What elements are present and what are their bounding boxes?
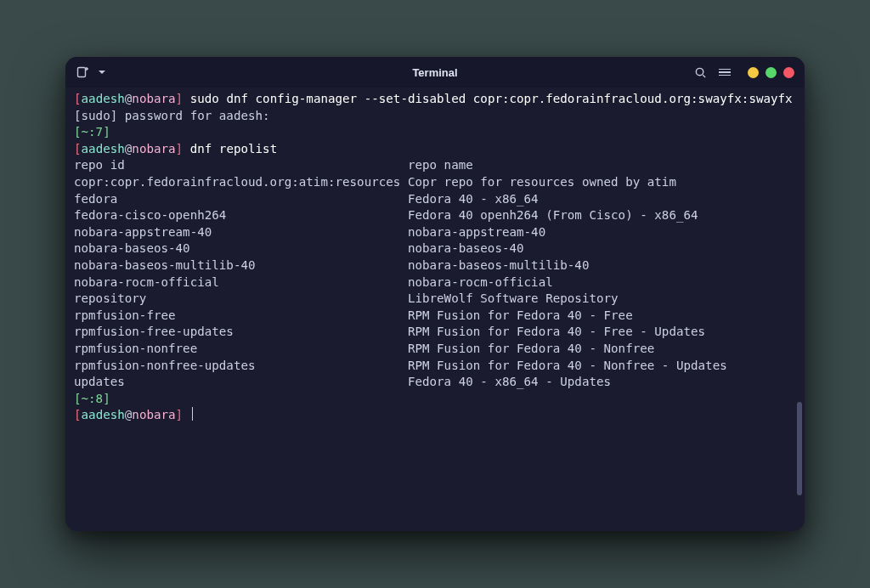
repo-row: rpmfusion-nonfree RPM Fusion for Fedora … <box>74 342 654 355</box>
repo-row: nobara-appstream-40 nobara-appstream-40 <box>74 225 545 239</box>
command-text: sudo dnf config-manager --set-disabled c… <box>190 92 793 105</box>
prompt-bracket-close: ] <box>176 92 184 105</box>
repo-header: repo id repo name <box>74 158 473 172</box>
prompt-bracket-close: ] <box>176 408 184 421</box>
svg-line-4 <box>703 75 705 77</box>
close-button[interactable] <box>783 67 794 78</box>
time-marker: [~:8] <box>74 392 110 405</box>
prompt-user: aadesh <box>82 142 125 155</box>
svg-point-3 <box>696 68 703 75</box>
prompt-bracket-open: [ <box>74 408 82 421</box>
repo-row: fedora-cisco-openh264 Fedora 40 openh264… <box>74 208 698 222</box>
prompt-host: nobara <box>132 408 175 421</box>
minimize-button[interactable] <box>748 67 759 78</box>
time-marker: [~:7] <box>74 125 110 139</box>
prompt-user: aadesh <box>82 92 125 105</box>
repo-row: fedora Fedora 40 - x86_64 <box>74 192 539 206</box>
window-buttons <box>748 67 794 78</box>
maximize-button[interactable] <box>765 67 777 78</box>
prompt-bracket-close: ] <box>176 142 184 155</box>
prompt-host: nobara <box>132 142 175 155</box>
output-sudo: [sudo] password for aadesh: <box>74 109 270 122</box>
repo-row: repository LibreWolf Software Repository <box>74 291 619 305</box>
prompt-user: aadesh <box>82 408 125 421</box>
cursor <box>192 407 194 421</box>
command-text: dnf repolist <box>190 142 278 155</box>
repo-row: updates Fedora 40 - x86_64 - Updates <box>74 375 611 388</box>
titlebar: Terminal <box>65 57 805 88</box>
prompt-bracket-open: [ <box>74 142 82 155</box>
repo-row: rpmfusion-free-updates RPM Fusion for Fe… <box>74 325 705 338</box>
repo-row: nobara-baseos-multilib-40 nobara-baseos-… <box>74 258 589 272</box>
titlebar-left <box>76 65 106 79</box>
repo-row: nobara-rocm-official nobara-rocm-officia… <box>74 275 553 289</box>
chevron-down-icon[interactable] <box>98 68 106 76</box>
search-icon[interactable] <box>694 66 707 79</box>
repo-row: nobara-baseos-40 nobara-baseos-40 <box>74 241 524 255</box>
svg-rect-0 <box>78 68 86 77</box>
menu-icon[interactable] <box>719 69 731 76</box>
repo-row: copr:copr.fedorainfracloud.org:atim:reso… <box>74 175 676 189</box>
titlebar-right <box>694 66 794 79</box>
new-tab-icon[interactable] <box>76 65 89 79</box>
prompt-bracket-open: [ <box>74 92 82 105</box>
repo-row: rpmfusion-free RPM Fusion for Fedora 40 … <box>74 308 633 322</box>
terminal-window: Terminal [aadesh@nobara] sudo dnf config… <box>65 57 805 531</box>
terminal-body[interactable]: [aadesh@nobara] sudo dnf config-manager … <box>65 88 805 531</box>
scrollbar[interactable] <box>797 402 802 495</box>
prompt-host: nobara <box>132 92 175 105</box>
repo-row: rpmfusion-nonfree-updates RPM Fusion for… <box>74 359 727 372</box>
